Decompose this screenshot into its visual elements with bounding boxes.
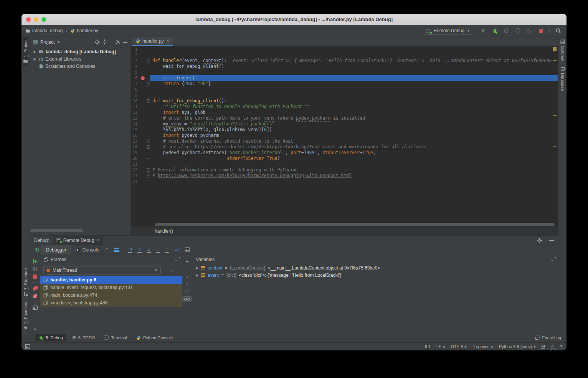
code-line[interactable]: 20▴ stderrToServer=True): [131, 156, 558, 161]
code-line[interactable]: 3−def handler(event, context):event: <cl…: [131, 58, 558, 64]
expand-arrow-icon[interactable]: ▶: [196, 266, 199, 270]
code-line[interactable]: 5: [131, 69, 558, 75]
breadcrumb-project[interactable]: lambda_debug: [25, 28, 63, 33]
sidebar-item-1-project[interactable]: 1: Project: [23, 37, 28, 66]
breadcrumb-file[interactable]: handler.py: [70, 28, 98, 33]
editor-gutter[interactable]: 14: [131, 121, 150, 127]
code-line[interactable]: 8: [131, 87, 558, 92]
editor-gutter[interactable]: 18▴: [131, 144, 150, 150]
code-line[interactable]: 4 wait_for_debug_client(): [131, 64, 558, 69]
zoom-window-button[interactable]: [41, 17, 46, 22]
tool-window-button-python-console[interactable]: Python Console: [133, 334, 177, 341]
pause-button[interactable]: [33, 267, 37, 271]
status-item-4-spaces[interactable]: 4 spaces: [472, 344, 493, 349]
code-editor[interactable]: 123−def handler(event, context):event: <…: [131, 46, 558, 222]
stop-button[interactable]: [536, 26, 545, 35]
code-line[interactable]: 22−# General information on remote debug…: [131, 167, 558, 173]
evaluate-expression-button[interactable]: [185, 247, 190, 252]
show-watches-toggle[interactable]: [182, 296, 192, 302]
step-over-button[interactable]: ↷: [126, 246, 135, 254]
force-step-into-button[interactable]: ⇣: [144, 246, 154, 254]
minimize-window-button[interactable]: [34, 17, 38, 22]
lock-icon[interactable]: [542, 346, 545, 349]
code-line[interactable]: 15 sys.path.insert(0, glob.glob(my_venv)…: [131, 127, 558, 133]
stripe-mark[interactable]: [553, 60, 557, 61]
code-line[interactable]: 16 import pydevd_pycharm: [131, 133, 558, 138]
editor-gutter[interactable]: 17▴: [131, 138, 150, 144]
tool-window-button-6-todo[interactable]: ≣6: TODO: [69, 334, 99, 342]
status-item-python-3-8-venv-[interactable]: Python 3.8 (venv): [499, 344, 536, 349]
tool-window-button-terminal[interactable]: ›_Terminal: [101, 334, 130, 341]
editor-gutter[interactable]: 7▴: [131, 81, 150, 87]
sidebar-item-sciview[interactable]: SciView: [560, 37, 565, 64]
next-frame-button[interactable]: ↓: [171, 268, 173, 273]
remove-watch-button[interactable]: −: [186, 266, 188, 272]
variable-row[interactable]: ▶context = {LambdaContext} <__main__.Lam…: [192, 264, 558, 271]
code-line[interactable]: 1: [131, 46, 558, 52]
editor-gutter[interactable]: 4: [131, 64, 150, 69]
editor-gutter[interactable]: 10−: [131, 98, 150, 104]
frame-row[interactable]: <module>, bootstrap.py:486: [40, 299, 182, 307]
move-watch-down-button[interactable]: ▼: [185, 282, 189, 286]
stripe-mark[interactable]: [553, 77, 557, 79]
code-line[interactable]: 2: [131, 52, 558, 58]
chevron-down-icon[interactable]: ▼: [57, 40, 60, 44]
tool-window-button-5-debug[interactable]: 5: Debug: [35, 334, 66, 341]
code-line[interactable]: 7▴ return {200: "ok"}: [131, 81, 558, 87]
editor-gutter[interactable]: 6: [131, 75, 150, 81]
project-horizontal-scrollbar[interactable]: [30, 229, 83, 232]
threads-view-icon[interactable]: [114, 248, 119, 252]
editor-gutter[interactable]: 13: [131, 115, 150, 121]
code-line[interactable]: 12 import sys, glob: [131, 110, 558, 115]
status-item-lf[interactable]: LF: [436, 344, 445, 349]
hide-panel-button[interactable]: —: [123, 39, 127, 45]
move-watch-up-button[interactable]: ▲: [185, 275, 189, 279]
editor-gutter[interactable]: 8: [131, 87, 150, 92]
collapse-all-button[interactable]: [102, 39, 107, 44]
dock-icon[interactable]: →: [550, 257, 554, 262]
tree-item[interactable]: ▶External Libraries: [30, 55, 130, 62]
locate-file-button[interactable]: [94, 39, 100, 45]
stripe-mark[interactable]: [553, 146, 557, 147]
tab-debugger[interactable]: Debugger: [41, 245, 71, 255]
close-session-icon[interactable]: ✕: [96, 238, 100, 243]
editor-gutter[interactable]: 3−: [131, 58, 150, 64]
mute-breakpoints-button[interactable]: [33, 294, 37, 298]
code-line[interactable]: 6 print(event): [131, 75, 558, 81]
inspections-profile-icon[interactable]: [551, 345, 554, 349]
previous-frame-button[interactable]: ↑: [165, 268, 167, 273]
editor-gutter[interactable]: 23▴: [131, 173, 150, 179]
tree-item[interactable]: ▶lambda_debug [Lambda Debug]: [30, 48, 130, 55]
coverage-button[interactable]: [513, 26, 522, 35]
step-into-my-code-button[interactable]: ↓: [154, 246, 163, 254]
profiler-button[interactable]: [502, 26, 511, 35]
inspections-status-icon[interactable]: ?: [560, 344, 563, 349]
run-button[interactable]: [479, 26, 488, 35]
project-panel-title[interactable]: Project: [40, 39, 55, 45]
editor-area[interactable]: handler.py ✕ 123−def handler(event, cont…: [131, 37, 558, 235]
editor-gutter[interactable]: 20▴: [131, 156, 150, 161]
editor-horizontal-scrollbar[interactable]: [155, 223, 555, 226]
editor-gutter[interactable]: 15: [131, 127, 150, 133]
code-line[interactable]: 23▴# https://www.jetbrains.com/help/pych…: [131, 173, 558, 179]
stripe-mark[interactable]: [553, 115, 557, 116]
debug-session-tab[interactable]: Remote Debug ✕: [53, 236, 103, 245]
expand-arrow-icon[interactable]: ▶: [33, 57, 37, 61]
editor-gutter[interactable]: 11: [131, 104, 150, 110]
rerun-button[interactable]: ↻: [33, 247, 41, 253]
code-line[interactable]: 13 # enter the correct path here to your…: [131, 115, 558, 121]
run-configurations-button[interactable]: [525, 26, 534, 35]
sidebar-item-database[interactable]: Database: [560, 64, 565, 94]
expand-arrow-icon[interactable]: ▶: [196, 273, 199, 277]
more-actions-button[interactable]: »: [34, 326, 36, 331]
step-out-button[interactable]: ↑: [163, 246, 172, 254]
status-item-utf-8[interactable]: UTF-8: [451, 344, 467, 349]
hide-debug-button[interactable]: —: [549, 238, 554, 243]
tool-window-quick-access-icon[interactable]: [25, 344, 30, 349]
code-line[interactable]: 18▴ # see also: https://docs.docker.com/…: [131, 144, 558, 150]
frame-row[interactable]: main, bootstrap.py:474: [40, 291, 182, 299]
editor-gutter[interactable]: 16: [131, 133, 150, 138]
sidebar-item-2-favorites[interactable]: 2: Favorites: [23, 299, 28, 333]
event-log-button[interactable]: Event Log: [535, 335, 567, 340]
editor-gutter[interactable]: 19: [131, 150, 150, 156]
